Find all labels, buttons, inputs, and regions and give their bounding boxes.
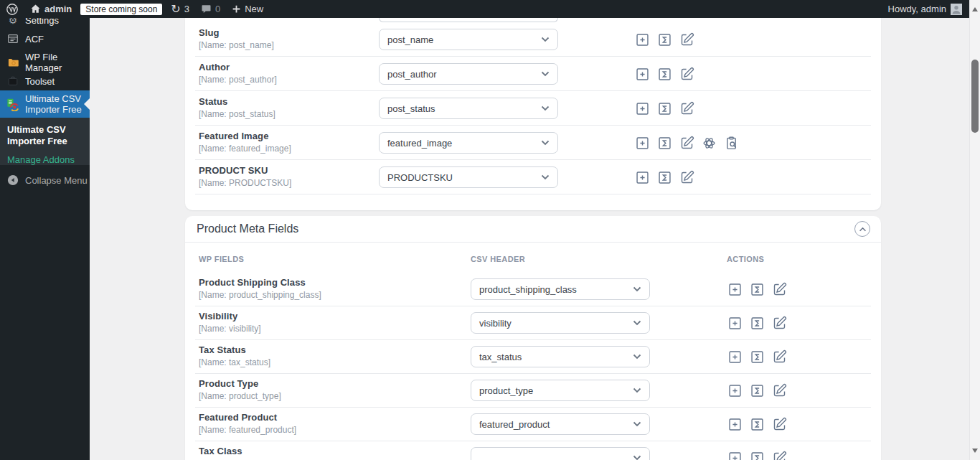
csv-header-select[interactable]: post_author — [379, 63, 558, 85]
field-name: [Name: product_shipping_class] — [199, 290, 321, 300]
add-mapping-button[interactable] — [727, 450, 743, 460]
field-row-tax-status: Tax Status [Name: tax_status] tax_status — [195, 340, 871, 374]
csv-header-select[interactable]: post_status — [379, 98, 558, 119]
collapse-menu-button[interactable]: Collapse Menu — [0, 169, 90, 191]
column-header-actions: ACTIONS — [727, 255, 764, 263]
edit-mapping-button[interactable] — [679, 32, 694, 47]
formula-button[interactable] — [749, 382, 765, 398]
field-label: Product Type — [199, 378, 281, 389]
field-label: PRODUCT SKU — [199, 165, 291, 176]
media-search-button[interactable] — [723, 135, 739, 151]
formula-button[interactable] — [749, 349, 765, 365]
add-mapping-button[interactable] — [634, 100, 650, 116]
edit-mapping-button[interactable] — [771, 450, 787, 460]
scrollbar-thumb[interactable] — [971, 60, 979, 133]
edit-mapping-button[interactable] — [679, 169, 694, 185]
field-label: Status — [199, 96, 275, 107]
chevron-down-icon — [541, 71, 550, 77]
csv-header-select[interactable]: featured_image — [379, 132, 558, 154]
selected-csv-header: PRODUCTSKU — [387, 172, 453, 183]
edit-mapping-button[interactable] — [679, 66, 694, 82]
add-mapping-button[interactable] — [727, 281, 743, 297]
field-row-slug: Slug [Name: post_name] post_name — [195, 22, 871, 57]
field-label: Tax Status — [199, 344, 270, 355]
site-name: admin — [44, 4, 72, 14]
field-label: Visibility — [199, 311, 261, 321]
edit-mapping-button[interactable] — [679, 135, 694, 151]
updates-icon: ↻ — [171, 4, 180, 15]
sidebar-item-acf[interactable]: ACF — [0, 28, 90, 50]
comments-link[interactable]: 0 — [195, 0, 226, 18]
plus-icon — [232, 4, 241, 14]
csv-header-select[interactable]: visibility — [471, 312, 650, 334]
scrollbar-down-arrow-icon[interactable] — [972, 449, 978, 456]
field-name: [Name: featured_image] — [199, 144, 291, 154]
add-mapping-button[interactable] — [727, 416, 743, 432]
field-name: [Name: visibility] — [199, 324, 261, 334]
field-name: [Name: featured_product] — [199, 425, 296, 435]
ai-image-button[interactable] — [701, 135, 717, 151]
csv-header-select[interactable]: featured_product — [471, 413, 650, 435]
formula-button[interactable] — [656, 32, 672, 47]
formula-button[interactable] — [656, 100, 672, 116]
edit-mapping-button[interactable] — [771, 382, 787, 398]
howdy-text[interactable]: Howdy, admin — [888, 4, 946, 14]
avatar[interactable] — [951, 4, 962, 15]
admin-top-bar: admin Store coming soon ↻ 3 0 New Howdy,… — [0, 0, 969, 18]
new-label: New — [245, 4, 263, 14]
coming-soon-badge[interactable]: Store coming soon — [80, 4, 162, 15]
add-mapping-button[interactable] — [727, 315, 743, 331]
chevron-down-icon — [633, 354, 641, 360]
formula-button[interactable] — [749, 416, 765, 432]
sidebar-item-toolset[interactable]: Toolset — [0, 70, 90, 92]
admin-sidebar: ⚙ Settings ACF WP File Manager Toolset — [0, 18, 90, 460]
formula-button[interactable] — [656, 66, 672, 82]
formula-button[interactable] — [749, 281, 765, 297]
add-mapping-button[interactable] — [634, 169, 650, 185]
csv-header-select[interactable]: PRODUCTSKU — [379, 166, 558, 188]
scrollbar-up-arrow-icon[interactable] — [972, 4, 978, 11]
submenu-item-importer[interactable]: Ultimate CSV Importer Free — [7, 124, 90, 147]
updates-link[interactable]: ↻ 3 — [165, 0, 195, 18]
csv-header-select[interactable]: product_type — [471, 380, 650, 401]
submenu-item-manage-addons[interactable]: Manage Addons — [7, 154, 90, 165]
formula-button[interactable] — [656, 169, 672, 185]
csv-header-select[interactable] — [471, 447, 650, 460]
column-header-row: WP FIELDS CSV HEADER ACTIONS — [195, 243, 871, 273]
formula-button[interactable] — [749, 315, 765, 331]
formula-button[interactable] — [749, 450, 765, 460]
edit-mapping-button[interactable] — [771, 349, 787, 365]
selected-csv-header: featured_image — [387, 138, 452, 149]
add-mapping-button[interactable] — [727, 349, 743, 365]
page-scrollbar[interactable] — [969, 0, 980, 460]
selected-csv-header: tax_status — [479, 352, 522, 362]
edit-mapping-button[interactable] — [679, 100, 694, 116]
field-row-tax-class: Tax Class — [195, 441, 871, 460]
edit-mapping-button[interactable] — [771, 416, 787, 432]
product-meta-fields-card: Product Meta Fields WP FIELDS CSV HEADER… — [185, 216, 881, 460]
csv-header-select[interactable]: tax_status — [471, 346, 650, 367]
edit-mapping-button[interactable] — [771, 281, 787, 297]
field-row-product-sku: PRODUCT SKU [Name: PRODUCTSKU] PRODUCTSK… — [195, 160, 871, 194]
edit-mapping-button[interactable] — [771, 315, 787, 331]
sidebar-item-ultimate-csv-importer[interactable]: Ultimate CSV Importer Free — [0, 90, 90, 118]
section-collapse-button[interactable] — [854, 221, 870, 237]
new-content-button[interactable]: New — [226, 0, 269, 18]
selected-csv-header: post_status — [387, 103, 435, 114]
add-mapping-button[interactable] — [634, 135, 650, 151]
selected-csv-header: visibility — [479, 318, 512, 329]
formula-button[interactable] — [656, 135, 672, 151]
add-mapping-button[interactable] — [727, 382, 743, 398]
current-menu-arrow-icon — [78, 98, 90, 110]
selected-csv-header: product_type — [479, 385, 533, 396]
selected-csv-header: post_author — [387, 69, 437, 80]
add-mapping-button[interactable] — [634, 66, 650, 82]
wordpress-menu[interactable] — [0, 0, 24, 18]
field-name: [Name: post_name] — [199, 40, 274, 50]
csv-header-select[interactable]: post_name — [379, 29, 558, 50]
add-mapping-button[interactable] — [634, 32, 650, 47]
field-label: Slug — [199, 27, 274, 38]
csv-header-select[interactable]: product_shipping_class — [471, 278, 650, 300]
site-name-link[interactable]: admin — [24, 0, 77, 18]
selected-csv-header: featured_product — [479, 419, 550, 430]
